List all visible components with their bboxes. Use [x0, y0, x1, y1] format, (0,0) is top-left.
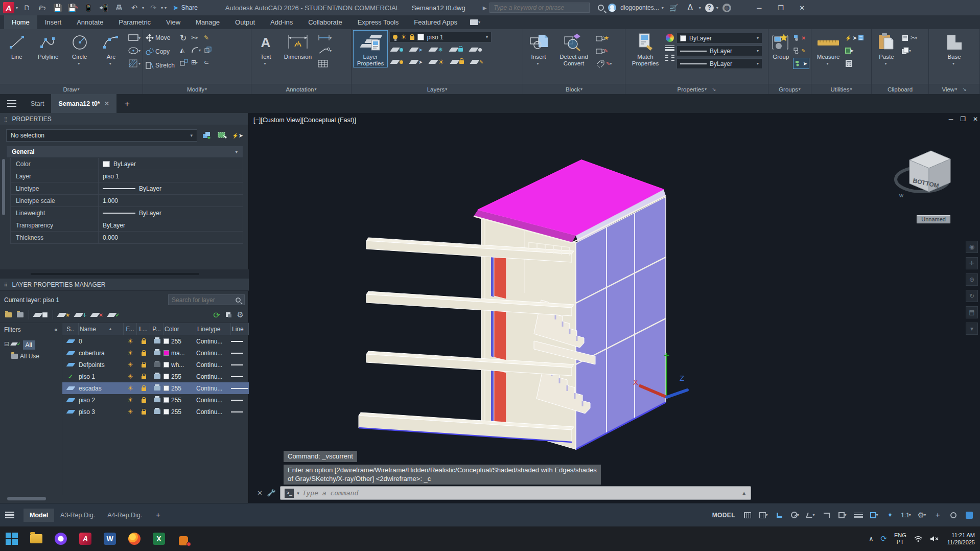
arc-button[interactable]: Arc ▾: [97, 31, 126, 66]
command-chevron-icon[interactable]: ▾: [297, 491, 299, 496]
toggle-override-icon[interactable]: [225, 312, 232, 318]
col-lineweight[interactable]: Line: [231, 323, 249, 335]
redo-icon[interactable]: ↷: [147, 2, 159, 13]
copy-clip-button[interactable]: ▾: [901, 45, 917, 56]
linetype-dropdown[interactable]: ByLayer ▾: [676, 58, 762, 69]
detect-convert-button[interactable]: Detect and Convert: [554, 31, 594, 67]
help-chevron-icon[interactable]: ▾: [716, 6, 718, 10]
fillet-button[interactable]: ▾: [191, 45, 201, 55]
open-from-mobile-icon[interactable]: 📱: [82, 2, 95, 13]
select-objects-icon[interactable]: [217, 130, 228, 141]
language-indicator[interactable]: ENGPT: [894, 532, 906, 545]
delete-layer-icon[interactable]: ✕: [91, 310, 103, 320]
file-tab-menu-icon[interactable]: [0, 94, 24, 113]
move-button[interactable]: Move: [145, 33, 175, 43]
col-freeze[interactable]: F...: [124, 323, 137, 335]
layer-off-button[interactable]: [391, 44, 403, 55]
lineweight-sample[interactable]: [231, 376, 249, 377]
unlock-icon[interactable]: [142, 352, 146, 356]
lineweight-sample[interactable]: [231, 400, 249, 401]
tab-manage[interactable]: Manage: [188, 15, 227, 29]
panel-label-utilities[interactable]: Utilities▾: [811, 84, 871, 94]
measure-chevron-icon[interactable]: ▾: [826, 61, 828, 66]
tab-layout-a4[interactable]: A4-Rep.Dig.: [101, 509, 148, 522]
mirror-button[interactable]: ◭: [180, 45, 188, 55]
thaw-icon[interactable]: ☀: [127, 408, 133, 415]
open-file-icon[interactable]: 🗁: [36, 2, 49, 13]
erase-button[interactable]: ✎: [204, 33, 212, 43]
wifi-icon[interactable]: [914, 535, 923, 542]
workspace-gear-icon[interactable]: ⚙▾: [916, 510, 927, 521]
offset-button[interactable]: ⊂: [204, 57, 212, 67]
leader-button[interactable]: ▾: [318, 45, 332, 56]
properties-dialog-launcher-icon[interactable]: ↘: [712, 86, 716, 92]
layer-row-defpoints[interactable]: Defpoints ☀ wh... Continu...: [62, 359, 249, 371]
undo-icon[interactable]: ↶: [128, 2, 141, 13]
filter-node-all-used[interactable]: All Use: [0, 351, 62, 361]
plot-icon[interactable]: [154, 398, 160, 402]
new-drawing-tab-button[interactable]: ＋: [116, 94, 137, 113]
property-row-layer[interactable]: Layer piso 1: [10, 170, 243, 182]
layer-match-button[interactable]: ➤: [410, 57, 423, 67]
group-edit-button[interactable]: ✎: [794, 45, 809, 56]
tab-add-ins[interactable]: Add-ins: [263, 15, 300, 29]
new-group-filter-icon[interactable]: [17, 310, 24, 320]
snap-toggle-icon[interactable]: ▾: [758, 510, 769, 521]
layer-row-piso2[interactable]: piso 2 ☀ 255 Continu...: [62, 394, 249, 406]
property-row-thickness[interactable]: Thickness 0.000: [10, 232, 243, 244]
viewcube[interactable]: BOTTOM w: [894, 139, 961, 205]
zoom-extents-icon[interactable]: ⊕: [966, 273, 978, 286]
layout-menu-icon[interactable]: [5, 512, 14, 519]
tab-document[interactable]: Semana12 t0*✕: [51, 94, 116, 113]
panel-label-view[interactable]: View▾↘: [929, 84, 979, 94]
tab-model[interactable]: Model: [24, 509, 54, 522]
layer-states-icon[interactable]: [34, 310, 48, 320]
palette-grip-icon[interactable]: ⣿: [4, 282, 8, 287]
selection-dropdown[interactable]: No selection ▾: [6, 129, 197, 142]
spreadsheet-icon[interactable]: X: [152, 532, 166, 545]
command-expand-icon[interactable]: ▲: [741, 490, 746, 496]
doc-close-icon[interactable]: ✕: [973, 116, 978, 123]
hidden-icons-chevron[interactable]: ∧: [869, 535, 874, 542]
match-properties-button[interactable]: Match Properties: [627, 31, 663, 67]
autocad-logo-icon[interactable]: A: [3, 2, 14, 13]
save-as-icon[interactable]: 💾✎: [67, 2, 79, 13]
drawing-viewport[interactable]: X Z [−][Custom View][Conceptual (Fast)] …: [249, 113, 980, 503]
qat-customize-icon[interactable]: ▾: [165, 6, 167, 10]
layer-properties-button[interactable]: Layer Properties: [354, 31, 387, 67]
col-name[interactable]: Name▲: [79, 323, 124, 335]
hatch-button[interactable]: ▾: [128, 58, 141, 68]
base-button[interactable]: Base ▾: [940, 31, 969, 66]
search-icon[interactable]: [598, 5, 604, 11]
panel-label-block[interactable]: Block▾: [523, 84, 625, 94]
quick-select-palette-icon[interactable]: ⚡➤: [232, 130, 243, 141]
thaw-icon[interactable]: ☀: [127, 361, 133, 368]
tab-insert[interactable]: Insert: [37, 15, 69, 29]
autocad-taskbar-icon[interactable]: A: [79, 532, 92, 545]
property-row-linetype[interactable]: Linetype ByLayer: [10, 182, 243, 195]
clock[interactable]: 11:21 AM11/28/2025: [947, 532, 975, 546]
unlock-icon[interactable]: [142, 399, 146, 403]
lineweight-sample[interactable]: [231, 341, 249, 342]
tab-layout-a3[interactable]: A3-Rep.Dig.: [54, 509, 101, 522]
close-button[interactable]: ✕: [791, 1, 813, 15]
unlock-icon[interactable]: [142, 411, 146, 415]
color-swatch[interactable]: [164, 350, 169, 356]
plot-icon[interactable]: [154, 374, 160, 379]
osnap-tracking-icon[interactable]: [821, 510, 832, 521]
scale-button[interactable]: [180, 57, 188, 67]
paste-chevron-icon[interactable]: ▾: [884, 61, 886, 66]
properties-palette-header[interactable]: ⣿ PROPERTIES: [0, 113, 248, 125]
tab-home[interactable]: Home: [4, 15, 37, 29]
view-dialog-launcher-icon[interactable]: ↘: [962, 86, 966, 92]
create-block-button[interactable]: ★: [596, 33, 612, 43]
thaw-icon[interactable]: ☀: [127, 397, 133, 403]
new-layer-vp-icon[interactable]: ✛: [75, 310, 86, 320]
rectangle-button[interactable]: ▾: [128, 33, 141, 43]
filter-node-all[interactable]: ⊟ ✓ All: [0, 336, 62, 351]
copy-button[interactable]: Copy: [145, 47, 175, 57]
layer-row-piso1[interactable]: ✓ piso 1 ☀ 255 Continu...: [62, 371, 249, 382]
linear-dimension-button[interactable]: ▾: [318, 33, 332, 43]
color-swatch[interactable]: [164, 338, 169, 344]
lineweight-sample[interactable]: [231, 364, 249, 365]
